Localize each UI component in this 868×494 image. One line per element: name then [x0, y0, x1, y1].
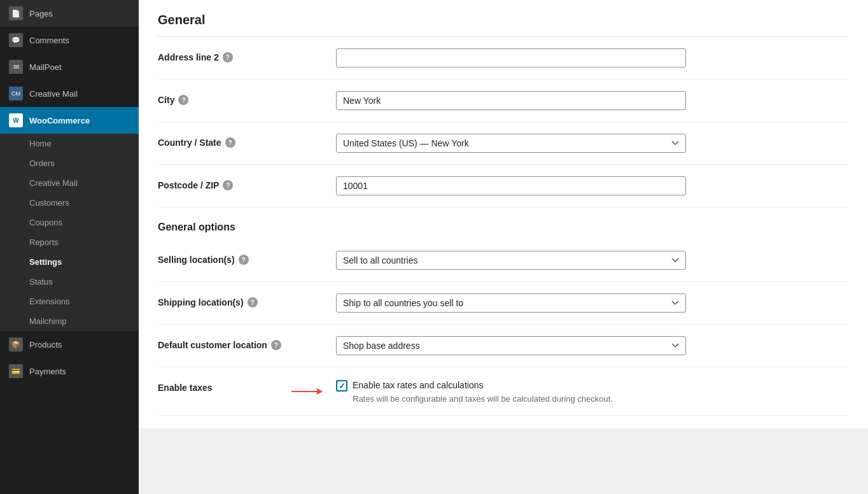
- default-customer-location-label: Default customer location ?: [158, 336, 336, 350]
- country-state-label: Country / State ?: [158, 134, 336, 148]
- payments-icon: 💳: [9, 364, 23, 378]
- sidebar-item-payments[interactable]: 💳 Payments: [0, 358, 139, 385]
- default-customer-location-field: Shop base address No location by default…: [336, 336, 849, 355]
- sidebar-item-woocommerce[interactable]: W WooCommerce: [0, 107, 139, 134]
- country-state-help[interactable]: ?: [225, 138, 235, 148]
- default-customer-location-select[interactable]: Shop base address No location by default…: [336, 336, 686, 355]
- postcode-row: Postcode / ZIP ?: [158, 165, 849, 208]
- enable-taxes-checkbox-area: ✓: [336, 380, 347, 392]
- enable-taxes-field: ✓ Enable tax rates and calculations Rate…: [336, 379, 849, 404]
- enable-taxes-checkbox[interactable]: ✓: [336, 380, 347, 392]
- sidebar-item-settings[interactable]: Settings: [0, 252, 139, 272]
- selling-locations-label: Selling location(s) ?: [158, 251, 336, 265]
- woocommerce-icon: W: [9, 113, 23, 127]
- default-customer-location-row: Default customer location ? Shop base ad…: [158, 325, 849, 367]
- city-label: City ?: [158, 91, 336, 105]
- address-line2-label: Address line 2 ?: [158, 48, 336, 62]
- sidebar-item-extensions[interactable]: Extensions: [0, 292, 139, 311]
- city-row: City ?: [158, 80, 849, 122]
- sidebar-item-label: Payments: [29, 367, 66, 376]
- address-line2-row: Address line 2 ?: [158, 37, 849, 80]
- content-area: General Address line 2 ? City ? Coun: [139, 0, 868, 428]
- sidebar-item-label: MailPoet: [29, 62, 62, 72]
- sidebar-item-mailchimp[interactable]: Mailchimp: [0, 311, 139, 331]
- products-icon: 📦: [9, 337, 23, 351]
- postcode-help[interactable]: ?: [223, 180, 233, 190]
- sidebar-item-creative-mail-sub[interactable]: Creative Mail: [0, 173, 139, 193]
- sidebar-item-orders[interactable]: Orders: [0, 153, 139, 173]
- sidebar-woo-label: WooCommerce: [29, 116, 90, 125]
- checkbox-checkmark: ✓: [339, 381, 346, 391]
- selling-locations-field: Sell to all countries Sell to specific c…: [336, 251, 849, 270]
- sidebar-item-pages[interactable]: 📄 Pages: [0, 0, 139, 27]
- selling-locations-select[interactable]: Sell to all countries Sell to specific c…: [336, 251, 686, 270]
- enable-taxes-hint: Rates will be configurable and taxes wil…: [353, 394, 613, 404]
- shipping-locations-label: Shipping location(s) ?: [158, 293, 336, 307]
- sidebar-item-coupons[interactable]: Coupons: [0, 213, 139, 232]
- sidebar-item-home[interactable]: Home: [0, 134, 139, 153]
- enable-taxes-checkbox-label[interactable]: Enable tax rates and calculations: [353, 380, 483, 390]
- country-state-field: United States (US) — New York United Kin…: [336, 134, 849, 153]
- shipping-locations-select[interactable]: Ship to all countries you sell to Ship t…: [336, 293, 686, 313]
- page-title: General: [158, 13, 849, 37]
- postcode-input[interactable]: [336, 176, 686, 195]
- sidebar-item-creative-mail[interactable]: CM Creative Mail: [0, 80, 139, 107]
- pages-icon: 📄: [9, 6, 23, 20]
- city-help[interactable]: ?: [178, 95, 188, 105]
- sidebar-item-label: Comments: [29, 36, 69, 45]
- postcode-label: Postcode / ZIP ?: [158, 176, 336, 190]
- sidebar-item-status[interactable]: Status: [0, 272, 139, 292]
- city-field: [336, 91, 849, 110]
- selling-locations-row: Selling location(s) ? Sell to all countr…: [158, 239, 849, 282]
- main-content: General Address line 2 ? City ? Coun: [139, 0, 868, 494]
- comments-icon: 💬: [9, 33, 23, 47]
- country-state-select[interactable]: United States (US) — New York United Kin…: [336, 134, 686, 153]
- default-customer-location-help[interactable]: ?: [271, 340, 281, 350]
- sidebar-item-customers[interactable]: Customers: [0, 193, 139, 213]
- sidebar-item-mailpoet[interactable]: ✉ MailPoet: [0, 53, 139, 80]
- postcode-field: [336, 176, 849, 195]
- city-input[interactable]: [336, 91, 686, 110]
- shipping-locations-help[interactable]: ?: [248, 297, 258, 307]
- selling-locations-help[interactable]: ?: [239, 255, 249, 265]
- general-options-heading: General options: [158, 208, 849, 239]
- creative-mail-icon: CM: [9, 87, 23, 101]
- country-state-row: Country / State ? United States (US) — N…: [158, 122, 849, 165]
- address-line2-field: [336, 48, 849, 67]
- enable-taxes-text-area: Enable tax rates and calculations Rates …: [353, 380, 613, 404]
- shipping-locations-field: Ship to all countries you sell to Ship t…: [336, 293, 849, 313]
- sidebar-item-label: Products: [29, 340, 62, 349]
- sidebar: 📄 Pages 💬 Comments ✉ MailPoet CM Creativ…: [0, 0, 139, 494]
- mailpoet-icon: ✉: [9, 60, 23, 74]
- sidebar-item-products[interactable]: 📦 Products: [0, 331, 139, 358]
- sidebar-item-label: Creative Mail: [29, 89, 78, 99]
- enable-taxes-row: Enable taxes ✓ Ena: [158, 367, 849, 416]
- sidebar-item-reports[interactable]: Reports: [0, 232, 139, 252]
- red-arrow-indicator: [291, 391, 322, 392]
- woocommerce-submenu: Home Orders Creative Mail Customers Coup…: [0, 134, 139, 331]
- shipping-locations-row: Shipping location(s) ? Ship to all count…: [158, 282, 849, 325]
- address-line2-input[interactable]: [336, 48, 686, 67]
- sidebar-item-label: Pages: [29, 9, 53, 18]
- address-line2-help[interactable]: ?: [223, 52, 233, 62]
- sidebar-item-comments[interactable]: 💬 Comments: [0, 27, 139, 53]
